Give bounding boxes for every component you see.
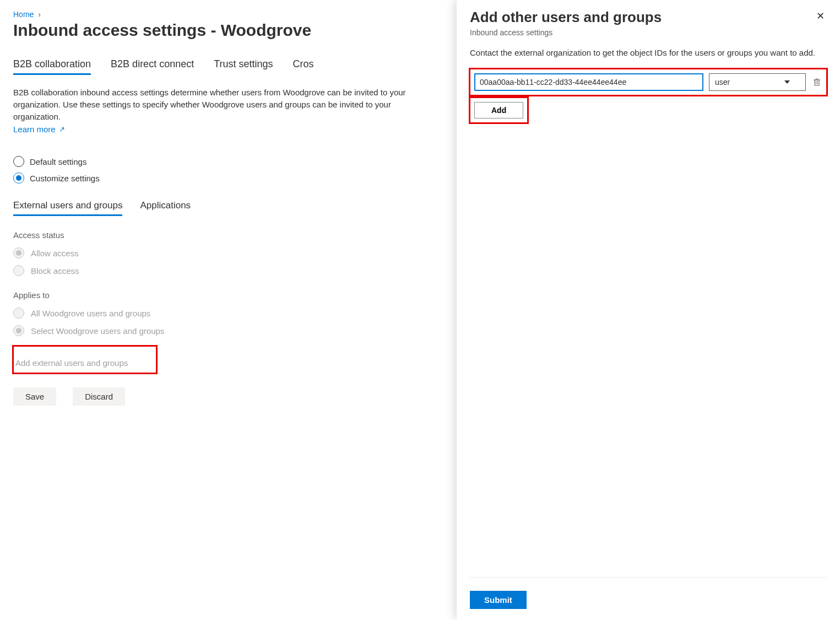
radio-icon (13, 156, 24, 167)
add-button[interactable]: Add (474, 102, 523, 118)
subtab-external-users[interactable]: External users and groups (13, 200, 122, 216)
delete-row-button[interactable] (811, 77, 822, 88)
radio-disabled-icon (13, 308, 24, 319)
breadcrumb-home[interactable]: Home (13, 10, 34, 19)
trash-icon (812, 78, 821, 87)
object-id-row: user (470, 69, 827, 95)
close-icon: ✕ (816, 10, 825, 21)
page-description: B2B collaboration inbound access setting… (13, 87, 410, 122)
object-id-input[interactable] (474, 73, 703, 91)
radio-customize-label: Customize settings (30, 174, 100, 183)
chevron-down-icon (784, 80, 790, 84)
svg-rect-0 (815, 80, 819, 85)
tab-b2b-direct-connect[interactable]: B2B direct connect (111, 58, 194, 75)
discard-button[interactable]: Discard (73, 387, 125, 406)
tab-trust-settings[interactable]: Trust settings (214, 58, 273, 75)
tab-b2b-collaboration[interactable]: B2B collaboration (13, 58, 91, 75)
chevron-right-icon: › (38, 10, 41, 19)
learn-more-label: Learn more (13, 125, 56, 134)
type-dropdown-value: user (715, 78, 730, 87)
panel-subtitle: Inbound access settings (470, 28, 662, 37)
type-dropdown[interactable]: user (709, 73, 806, 91)
add-users-panel: Add other users and groups Inbound acces… (457, 0, 840, 620)
radio-disabled-icon (13, 247, 24, 258)
option-allow-label: Allow access (31, 249, 79, 258)
panel-title: Add other users and groups (470, 9, 662, 26)
option-select-label: Select Woodgrove users and groups (31, 326, 164, 336)
tab-cross-tenant[interactable]: Cros (293, 58, 314, 75)
learn-more-link[interactable]: Learn more ↗ (13, 125, 65, 134)
add-external-users-link[interactable]: Add external users and groups (13, 353, 130, 373)
option-all-label: All Woodgrove users and groups (31, 309, 150, 318)
radio-disabled-icon (13, 325, 24, 336)
submit-button[interactable]: Submit (470, 591, 527, 609)
subtab-applications[interactable]: Applications (140, 200, 191, 216)
external-link-icon: ↗ (59, 125, 65, 133)
panel-description: Contact the external organization to get… (470, 47, 827, 59)
close-button[interactable]: ✕ (814, 9, 827, 23)
option-block-label: Block access (31, 266, 79, 276)
save-button[interactable]: Save (13, 387, 56, 406)
radio-default-label: Default settings (30, 157, 86, 166)
radio-disabled-icon (13, 265, 24, 276)
radio-icon (13, 172, 24, 184)
